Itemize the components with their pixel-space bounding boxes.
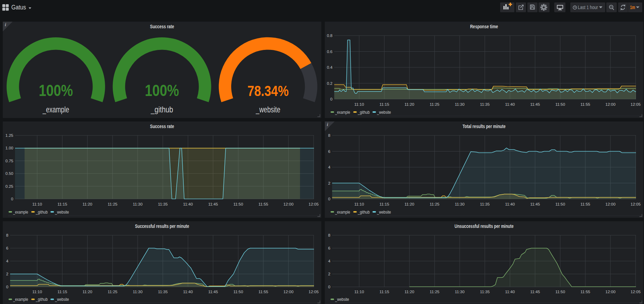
svg-text:0.4: 0.4 [327, 65, 333, 69]
svg-text:_example: _example [335, 209, 350, 214]
svg-text:0: 0 [330, 97, 332, 101]
svg-text:12:00: 12:00 [284, 290, 294, 294]
svg-text:11:10: 11:10 [354, 102, 364, 106]
svg-text:11:30: 11:30 [455, 290, 464, 294]
svg-text:12:05: 12:05 [630, 290, 641, 294]
svg-text:11:45: 11:45 [208, 290, 218, 294]
svg-text:_example: _example [335, 110, 350, 114]
svg-text:_github: _github [36, 209, 48, 214]
svg-text:4: 4 [328, 165, 330, 169]
svg-text:11:10: 11:10 [32, 290, 42, 294]
svg-text:11:30: 11:30 [455, 102, 464, 106]
svg-text:Last 1 hour: Last 1 hour [578, 5, 598, 10]
svg-text:11:20: 11:20 [404, 102, 414, 106]
svg-text:_website: _website [256, 105, 280, 114]
svg-text:11:40: 11:40 [505, 102, 515, 106]
svg-text:_website: _website [55, 297, 69, 302]
svg-text:0.8: 0.8 [327, 34, 332, 38]
svg-text:78.34%: 78.34% [248, 83, 289, 99]
svg-text:8: 8 [328, 133, 330, 138]
svg-text:11:40: 11:40 [505, 290, 515, 294]
svg-text:_github: _github [151, 105, 173, 114]
svg-text:12:05: 12:05 [630, 202, 641, 206]
svg-text:11:30: 11:30 [455, 202, 464, 206]
svg-text:12:00: 12:00 [284, 202, 294, 206]
svg-text:11:15: 11:15 [379, 202, 389, 206]
svg-text:11:40: 11:40 [505, 202, 515, 206]
svg-text:_website: _website [376, 110, 391, 114]
svg-text:11:10: 11:10 [354, 202, 364, 206]
svg-text:11:10: 11:10 [32, 202, 42, 206]
svg-text:_example: _example [13, 209, 28, 214]
svg-text:4: 4 [6, 259, 9, 263]
svg-text:_website: _website [55, 209, 69, 214]
svg-text:11:10: 11:10 [354, 290, 364, 294]
svg-text:11:20: 11:20 [404, 290, 414, 294]
svg-text:Unsuccessful results per minut: Unsuccessful results per minute [454, 223, 513, 229]
svg-text:11:25: 11:25 [108, 202, 117, 206]
svg-text:11:20: 11:20 [82, 290, 92, 294]
svg-text:_github: _github [357, 110, 369, 114]
svg-text:11:35: 11:35 [480, 290, 490, 294]
svg-text:11:35: 11:35 [158, 290, 168, 294]
svg-text:0: 0 [328, 285, 330, 289]
svg-text:6: 6 [328, 149, 330, 153]
svg-text:6: 6 [328, 246, 330, 250]
svg-text:11:15: 11:15 [57, 202, 67, 206]
svg-text:8: 8 [328, 233, 330, 237]
svg-text:2: 2 [328, 181, 330, 185]
svg-text:0: 0 [328, 197, 330, 201]
svg-text:_example: _example [13, 297, 28, 302]
svg-text:11:55: 11:55 [258, 290, 268, 294]
svg-text:Success rate: Success rate [150, 23, 174, 29]
svg-text:_github: _github [357, 209, 369, 214]
svg-text:11:50: 11:50 [233, 202, 243, 206]
svg-text:2: 2 [6, 272, 8, 276]
svg-text:Successful results per minute: Successful results per minute [135, 223, 189, 229]
svg-text:11:50: 11:50 [555, 290, 565, 294]
svg-text:100%: 100% [145, 81, 179, 99]
svg-text:1m: 1m [630, 5, 635, 10]
svg-text:11:55: 11:55 [258, 202, 268, 206]
svg-text:11:20: 11:20 [82, 202, 92, 206]
svg-text:0: 0 [11, 197, 13, 201]
svg-text:11:45: 11:45 [208, 202, 218, 206]
svg-text:0.75: 0.75 [6, 158, 13, 163]
svg-text:2: 2 [328, 272, 330, 276]
svg-text:100%: 100% [39, 81, 73, 99]
svg-text:_example: _example [42, 105, 69, 114]
svg-text:11:25: 11:25 [430, 290, 439, 294]
svg-text:11:15: 11:15 [57, 290, 67, 294]
svg-text:11:25: 11:25 [430, 202, 439, 206]
svg-text:11:50: 11:50 [233, 290, 243, 294]
svg-text:Success rate: Success rate [150, 123, 174, 129]
svg-text:12:00: 12:00 [605, 290, 615, 294]
svg-text:11:50: 11:50 [555, 202, 565, 206]
svg-text:_github: _github [36, 297, 48, 302]
svg-text:0.6: 0.6 [327, 49, 332, 53]
svg-text:8: 8 [6, 233, 8, 237]
svg-text:11:30: 11:30 [133, 202, 142, 206]
svg-text:0: 0 [6, 285, 8, 289]
svg-text:11:15: 11:15 [379, 290, 389, 294]
svg-text:11:45: 11:45 [530, 290, 540, 294]
svg-text:11:50: 11:50 [555, 102, 565, 106]
svg-text:0.2: 0.2 [327, 81, 332, 85]
svg-text:12:00: 12:00 [605, 102, 615, 106]
svg-text:11:30: 11:30 [133, 290, 142, 294]
svg-text:11:55: 11:55 [580, 102, 590, 106]
svg-text:12:05: 12:05 [309, 290, 319, 294]
svg-text:11:40: 11:40 [183, 202, 193, 206]
svg-text:11:55: 11:55 [580, 290, 590, 294]
svg-text:6: 6 [6, 246, 8, 250]
svg-text:Gatus: Gatus [12, 4, 26, 11]
svg-text:_website: _website [335, 297, 349, 302]
svg-text:Response time: Response time [470, 23, 498, 29]
svg-text:11:40: 11:40 [183, 290, 193, 294]
svg-text:12:05: 12:05 [630, 102, 641, 106]
svg-text:4: 4 [328, 259, 330, 263]
svg-text:11:45: 11:45 [530, 102, 540, 106]
svg-text:0.25: 0.25 [6, 184, 13, 188]
svg-text:11:25: 11:25 [430, 102, 439, 106]
svg-text:12:00: 12:00 [605, 202, 615, 206]
